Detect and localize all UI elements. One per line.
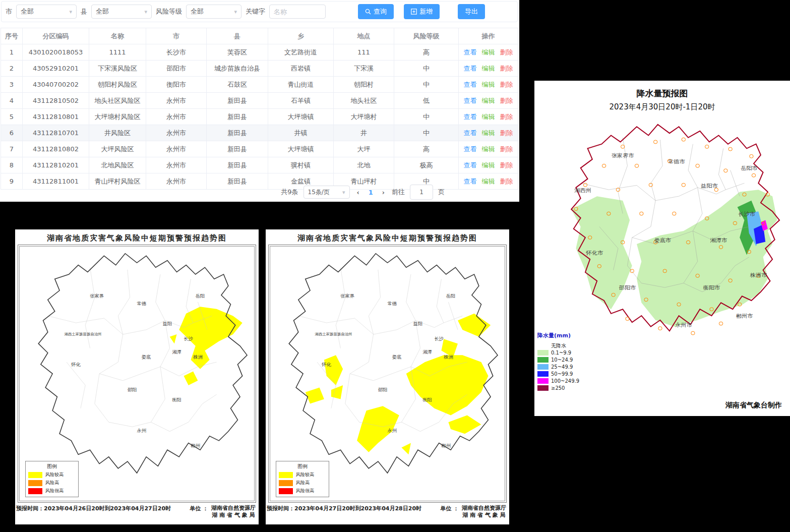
station-marker-icon [682, 138, 685, 141]
cell-town: 青山街道 [268, 77, 334, 93]
cell-place: 大坪塘村 [334, 109, 394, 125]
legend-swatch [28, 472, 42, 478]
delete-link[interactable]: 删除 [500, 145, 513, 153]
table-row[interactable]: 343040700202朝阳村风险区衡阳市石鼓区青山街道朝阳村中查看编辑删除 [1, 77, 518, 93]
search-button[interactable]: 查询 [358, 4, 394, 19]
legend-label: 风险较高 [45, 471, 64, 478]
pagination: 共9条 15条/页 ▾ ‹ 1 › 前往 页 [0, 185, 509, 200]
station-marker-icon [682, 183, 685, 187]
page-number-1[interactable]: 1 [367, 189, 375, 196]
view-link[interactable]: 查看 [464, 178, 477, 185]
cell-name: 大坪风险区 [89, 141, 146, 157]
delete-link[interactable]: 删除 [500, 178, 513, 185]
table-row[interactable]: 643112810701井风险区永州市新田县井镇井中查看编辑删除 [1, 125, 518, 141]
keyword-input[interactable] [269, 5, 326, 19]
edit-link[interactable]: 编辑 [482, 145, 495, 153]
map-city-label: 娄底市 [654, 237, 671, 244]
filter-bar: 市 全部 ▾ 县 全部 ▾ 风险等级 全部 ▾ 关键字 查询 [1, 1, 518, 22]
column-header-3: 市 [146, 28, 207, 44]
cell-place: 地头社区 [334, 93, 394, 109]
column-header-5: 乡 [268, 28, 334, 44]
delete-link[interactable]: 删除 [500, 161, 513, 169]
legend-swatch [279, 488, 293, 494]
station-marker-icon [626, 317, 629, 321]
map-city-label: 郴州 [441, 443, 451, 448]
table-row[interactable]: 543112810801大坪塘村风险区永州市新田县大坪塘镇大坪塘村中查看编辑删除 [1, 109, 518, 125]
prev-page-icon[interactable]: ‹ [355, 189, 361, 196]
unit-line-2: 湖 南 省 气 象 局 [212, 512, 255, 518]
city-select[interactable]: 全部 ▾ [16, 5, 77, 19]
cell-county: 石鼓区 [207, 77, 268, 93]
risk-area-overlay [331, 385, 343, 399]
map-city-label: 衡阳 [172, 397, 181, 403]
cell-code: 43112810701 [23, 125, 89, 141]
district-boundary [688, 144, 698, 188]
delete-link[interactable]: 删除 [500, 81, 513, 88]
edit-link[interactable]: 编辑 [482, 178, 495, 185]
edit-link[interactable]: 编辑 [482, 81, 495, 88]
page-size-select[interactable]: 15条/页 ▾ [303, 186, 350, 199]
table-row[interactable]: 143010200180531111长沙市芙蓉区文艺路街道111高查看编辑删除 [1, 44, 518, 61]
edit-link[interactable]: 编辑 [482, 161, 495, 169]
station-marker-icon [673, 212, 676, 215]
edit-link[interactable]: 编辑 [482, 65, 495, 72]
view-link[interactable]: 查看 [464, 113, 477, 121]
district-boundary [156, 274, 165, 321]
trend-map-figure-1: 湖南省地质灾害气象风险中短期预警预报趋势图 岳阳常德张家界湘西土家族苗族自治州益… [15, 229, 259, 524]
table-row[interactable]: 443112810502地头社区风险区永州市新田县石羊镇地头社区低查看编辑删除 [1, 93, 518, 109]
risk-level-select[interactable]: 全部 ▾ [186, 5, 241, 19]
edit-link[interactable]: 编辑 [482, 48, 495, 56]
station-marker-icon [750, 154, 753, 158]
view-link[interactable]: 查看 [464, 97, 477, 104]
trend-map-1-title: 湖南省地质灾害气象风险中短期预警预报趋势图 [15, 229, 259, 243]
table-row[interactable]: 743112810802大坪风险区永州市新田县大坪塘镇大坪高查看编辑删除 [1, 141, 518, 157]
table-row[interactable]: 843112810201北地风险区永州市新田县骥村镇北地极高查看编辑删除 [1, 157, 518, 173]
station-marker-icon [635, 164, 638, 167]
delete-link[interactable]: 删除 [500, 97, 513, 104]
map-city-label: 湘西土家族苗族自治州 [315, 332, 352, 336]
legend-item: 风险很高 [279, 488, 326, 494]
edit-link[interactable]: 编辑 [482, 97, 495, 104]
view-link[interactable]: 查看 [464, 129, 477, 137]
precip-map-title: 降水量预报图 [534, 81, 790, 99]
view-link[interactable]: 查看 [464, 161, 477, 169]
cell-risk: 中 [394, 77, 459, 93]
delete-link[interactable]: 删除 [500, 129, 513, 137]
view-link[interactable]: 查看 [464, 65, 477, 72]
goto-page-input[interactable] [410, 185, 433, 200]
legend-item: 风险高 [279, 480, 326, 486]
unit-label: 单位 ： [190, 505, 208, 519]
cell-county: 城步苗族自治县 [207, 61, 268, 77]
map-city-label: 湘西州 [574, 187, 591, 194]
keyword-filter-label: 关键字 [246, 7, 265, 16]
next-page-icon[interactable]: › [380, 189, 387, 196]
station-marker-icon [653, 140, 657, 144]
delete-link[interactable]: 删除 [500, 48, 513, 56]
edit-link[interactable]: 编辑 [482, 113, 495, 121]
column-header-2: 名称 [89, 28, 146, 44]
map-city-label: 张家界 [341, 293, 355, 299]
delete-link[interactable]: 删除 [500, 65, 513, 72]
delete-link[interactable]: 删除 [500, 113, 513, 121]
station-marker-icon [724, 169, 727, 172]
county-select[interactable]: 全部 ▾ [91, 5, 152, 19]
chevron-down-icon: ▾ [144, 9, 147, 15]
view-link[interactable]: 查看 [464, 48, 477, 56]
legend-label: 风险高 [296, 480, 310, 486]
table-header-row: 序号分区编码名称市县乡地点风险等级操作 [1, 28, 518, 44]
table-row[interactable]: 243052910201下宋溪风险区邵阳市城步苗族自治县西岩镇下宋溪中查看编辑删… [1, 61, 518, 77]
view-link[interactable]: 查看 [464, 145, 477, 153]
risk-area-overlay [448, 415, 481, 434]
export-button[interactable]: 导出 [458, 4, 485, 19]
add-button[interactable]: 新增 [404, 4, 440, 19]
cell-actions: 查看编辑删除 [459, 157, 518, 173]
precip-legend-swatch [537, 378, 549, 384]
district-boundary [406, 274, 416, 321]
cell-code: 43112810801 [23, 109, 89, 125]
station-marker-icon [728, 147, 732, 151]
station-marker-icon [691, 331, 695, 335]
column-header-0: 序号 [1, 28, 23, 44]
edit-link[interactable]: 编辑 [482, 129, 495, 137]
cell-town: 骥村镇 [268, 157, 334, 173]
view-link[interactable]: 查看 [464, 81, 477, 88]
